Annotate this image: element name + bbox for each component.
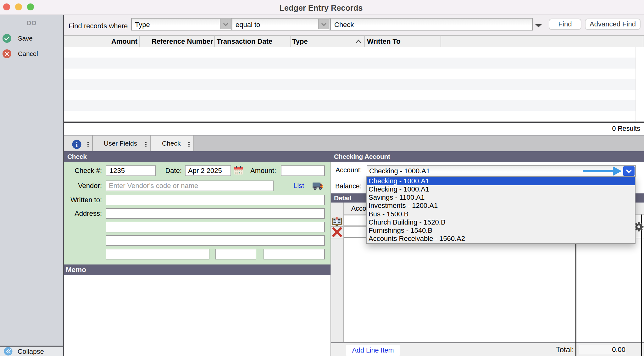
svg-text:i: i [76,141,78,148]
